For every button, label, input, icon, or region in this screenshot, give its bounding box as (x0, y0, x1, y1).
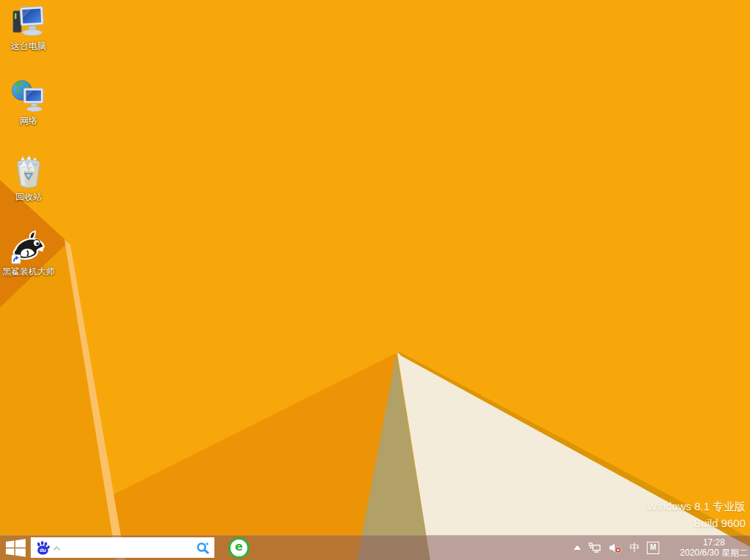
taskbar-search-box[interactable]: du (31, 537, 214, 558)
green-e-browser-icon[interactable]: e (228, 537, 250, 559)
chevron-up-icon[interactable] (53, 545, 61, 551)
desktop-icon-label: 黑鲨装机大师 (1, 266, 56, 277)
start-button[interactable] (0, 535, 31, 560)
baidu-paw-du-text: du (40, 548, 46, 553)
clock-time: 17:28 (680, 537, 748, 548)
wired-network-icon[interactable] (588, 542, 601, 553)
volume-muted-icon[interactable] (609, 542, 622, 553)
ime-mode-badge[interactable]: M (647, 542, 659, 554)
browser-letter: e (235, 541, 243, 553)
hidden-icons-chevron[interactable] (574, 545, 581, 550)
windows-logo-icon (6, 539, 26, 557)
desktop-icon-label: 回收站 (1, 192, 56, 202)
baidu-paw-icon: du (35, 540, 50, 556)
this-pc-icon (10, 4, 47, 40)
desktop-icon-recycle-bin[interactable]: 回收站 (1, 154, 56, 202)
desktop-icon-this-pc[interactable]: 这台电脑 (1, 4, 56, 51)
clock-date: 2020/6/30 星期二 (680, 548, 748, 558)
desktop-icon-network[interactable]: 网络 (1, 79, 56, 126)
baidu-search-magnifier-icon[interactable] (195, 540, 211, 556)
windows-watermark: Windows 8.1 专业版 Build 9600 (647, 498, 746, 531)
network-icon (11, 79, 46, 114)
heisha-installer-icon (10, 230, 47, 265)
ime-mode-letter: M (650, 544, 656, 551)
watermark-edition: Windows 8.1 专业版 (647, 498, 746, 515)
desktop[interactable]: 这台电脑 网络 (0, 0, 750, 560)
desktop-icon-heisha-installer[interactable]: 黑鲨装机大师 (1, 230, 56, 277)
search-input[interactable] (62, 539, 195, 556)
desktop-icon-label: 这台电脑 (1, 41, 56, 51)
wallpaper (0, 0, 750, 560)
taskbar-clock[interactable]: 17:28 2020/6/30 星期二 (680, 537, 748, 558)
watermark-build: Build 9600 (647, 515, 746, 531)
system-tray: 中 M 17:28 2020/6/30 星期二 (574, 537, 750, 558)
taskbar: du e (0, 535, 750, 560)
desktop-icon-label: 网络 (1, 116, 56, 126)
ime-chinese-indicator[interactable]: 中 (629, 542, 640, 553)
recycle-bin-icon (11, 154, 46, 190)
